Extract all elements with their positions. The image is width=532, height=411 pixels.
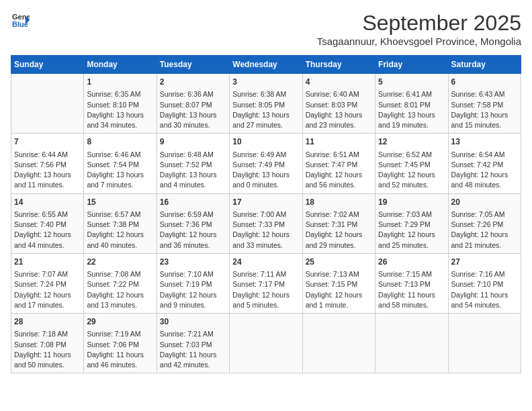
calendar-cell	[375, 314, 448, 373]
header-tuesday: Tuesday	[157, 56, 229, 74]
cell-content: Sunrise: 7:19 AM Sunset: 7:06 PM Dayligh…	[87, 329, 153, 370]
cell-content: Sunrise: 6:41 AM Sunset: 8:01 PM Dayligh…	[378, 89, 445, 130]
cell-content: Sunrise: 6:51 AM Sunset: 7:47 PM Dayligh…	[306, 150, 372, 191]
day-number: 9	[160, 136, 226, 148]
calendar-cell: 19Sunrise: 7:03 AM Sunset: 7:29 PM Dayli…	[375, 193, 448, 253]
calendar-cell: 30Sunrise: 7:21 AM Sunset: 7:03 PM Dayli…	[157, 314, 229, 373]
calendar-cell: 20Sunrise: 7:05 AM Sunset: 7:26 PM Dayli…	[448, 193, 521, 253]
day-number: 1	[87, 77, 153, 88]
cell-content: Sunrise: 7:07 AM Sunset: 7:24 PM Dayligh…	[14, 269, 81, 310]
cell-content: Sunrise: 7:21 AM Sunset: 7:03 PM Dayligh…	[160, 329, 226, 370]
calendar-cell: 8Sunrise: 6:46 AM Sunset: 7:54 PM Daylig…	[84, 134, 157, 193]
day-number: 29	[87, 316, 153, 328]
calendar-cell: 4Sunrise: 6:40 AM Sunset: 8:03 PM Daylig…	[302, 74, 375, 134]
calendar-cell: 15Sunrise: 6:57 AM Sunset: 7:38 PM Dayli…	[84, 193, 157, 253]
day-number: 12	[378, 136, 445, 148]
calendar-cell: 1Sunrise: 6:35 AM Sunset: 8:10 PM Daylig…	[84, 74, 157, 134]
calendar-cell: 27Sunrise: 7:16 AM Sunset: 7:10 PM Dayli…	[448, 253, 521, 313]
cell-content: Sunrise: 7:02 AM Sunset: 7:31 PM Dayligh…	[306, 210, 372, 250]
calendar-cell: 3Sunrise: 6:38 AM Sunset: 8:05 PM Daylig…	[230, 74, 302, 134]
day-number: 22	[87, 257, 153, 268]
cell-content: Sunrise: 7:18 AM Sunset: 7:08 PM Dayligh…	[14, 329, 81, 370]
day-number: 23	[160, 257, 226, 268]
calendar-cell: 6Sunrise: 6:43 AM Sunset: 7:58 PM Daylig…	[448, 74, 521, 134]
day-number: 6	[451, 77, 518, 88]
calendar-cell: 21Sunrise: 7:07 AM Sunset: 7:24 PM Dayli…	[11, 253, 84, 313]
subtitle: Tsagaannuur, Khoevsgoel Province, Mongol…	[317, 36, 521, 47]
day-number: 14	[14, 197, 81, 208]
calendar-cell	[230, 314, 302, 373]
calendar-cell: 13Sunrise: 6:54 AM Sunset: 7:42 PM Dayli…	[448, 134, 521, 193]
calendar-cell: 12Sunrise: 6:52 AM Sunset: 7:45 PM Dayli…	[375, 134, 448, 193]
cell-content: Sunrise: 7:03 AM Sunset: 7:29 PM Dayligh…	[378, 210, 445, 250]
week-row-4: 21Sunrise: 7:07 AM Sunset: 7:24 PM Dayli…	[11, 253, 521, 313]
day-number: 3	[232, 77, 299, 88]
cell-content: Sunrise: 6:38 AM Sunset: 8:05 PM Dayligh…	[232, 89, 299, 130]
calendar-cell: 28Sunrise: 7:18 AM Sunset: 7:08 PM Dayli…	[11, 314, 84, 373]
week-row-2: 7Sunrise: 6:44 AM Sunset: 7:56 PM Daylig…	[11, 134, 521, 193]
cell-content: Sunrise: 7:05 AM Sunset: 7:26 PM Dayligh…	[451, 210, 518, 250]
day-number: 21	[14, 257, 81, 268]
calendar-cell: 11Sunrise: 6:51 AM Sunset: 7:47 PM Dayli…	[302, 134, 375, 193]
header-monday: Monday	[84, 56, 157, 74]
day-number: 26	[378, 257, 445, 268]
calendar-cell: 14Sunrise: 6:55 AM Sunset: 7:40 PM Dayli…	[11, 193, 84, 253]
calendar-cell: 26Sunrise: 7:15 AM Sunset: 7:13 PM Dayli…	[375, 253, 448, 313]
cell-content: Sunrise: 6:43 AM Sunset: 7:58 PM Dayligh…	[451, 89, 518, 130]
calendar-cell: 5Sunrise: 6:41 AM Sunset: 8:01 PM Daylig…	[375, 74, 448, 134]
week-row-3: 14Sunrise: 6:55 AM Sunset: 7:40 PM Dayli…	[11, 193, 521, 253]
day-number: 19	[378, 197, 445, 208]
day-number: 4	[306, 77, 372, 88]
week-row-5: 28Sunrise: 7:18 AM Sunset: 7:08 PM Dayli…	[11, 314, 521, 373]
calendar-cell: 10Sunrise: 6:49 AM Sunset: 7:49 PM Dayli…	[230, 134, 302, 193]
day-number: 2	[160, 77, 226, 88]
day-number: 10	[232, 136, 299, 148]
day-number: 13	[451, 136, 518, 148]
calendar-cell: 16Sunrise: 6:59 AM Sunset: 7:36 PM Dayli…	[157, 193, 229, 253]
calendar-cell: 24Sunrise: 7:11 AM Sunset: 7:17 PM Dayli…	[230, 253, 302, 313]
calendar-cell: 7Sunrise: 6:44 AM Sunset: 7:56 PM Daylig…	[11, 134, 84, 193]
header-friday: Friday	[375, 56, 448, 74]
day-number: 5	[378, 77, 445, 88]
day-number: 20	[451, 197, 518, 208]
cell-content: Sunrise: 7:13 AM Sunset: 7:15 PM Dayligh…	[306, 269, 372, 310]
cell-content: Sunrise: 7:10 AM Sunset: 7:19 PM Dayligh…	[160, 269, 226, 310]
day-number: 28	[14, 316, 81, 328]
cell-content: Sunrise: 7:00 AM Sunset: 7:33 PM Dayligh…	[232, 210, 299, 250]
day-number: 24	[232, 257, 299, 268]
logo-icon: General Blue	[11, 11, 30, 30]
week-row-1: 1Sunrise: 6:35 AM Sunset: 8:10 PM Daylig…	[11, 74, 521, 134]
cell-content: Sunrise: 6:44 AM Sunset: 7:56 PM Dayligh…	[14, 150, 81, 191]
day-number: 30	[160, 316, 226, 328]
calendar-header-row: SundayMondayTuesdayWednesdayThursdayFrid…	[11, 56, 521, 74]
calendar-cell: 29Sunrise: 7:19 AM Sunset: 7:06 PM Dayli…	[84, 314, 157, 373]
calendar-body: 1Sunrise: 6:35 AM Sunset: 8:10 PM Daylig…	[11, 74, 521, 373]
cell-content: Sunrise: 7:16 AM Sunset: 7:10 PM Dayligh…	[451, 269, 518, 310]
day-number: 27	[451, 257, 518, 268]
day-number: 16	[160, 197, 226, 208]
calendar-cell: 22Sunrise: 7:08 AM Sunset: 7:22 PM Dayli…	[84, 253, 157, 313]
cell-content: Sunrise: 6:54 AM Sunset: 7:42 PM Dayligh…	[451, 150, 518, 191]
logo: General Blue	[11, 11, 31, 30]
calendar-cell	[302, 314, 375, 373]
cell-content: Sunrise: 6:35 AM Sunset: 8:10 PM Dayligh…	[87, 89, 153, 130]
cell-content: Sunrise: 7:15 AM Sunset: 7:13 PM Dayligh…	[378, 269, 445, 310]
calendar-cell: 2Sunrise: 6:36 AM Sunset: 8:07 PM Daylig…	[157, 74, 229, 134]
day-number: 7	[14, 136, 81, 148]
calendar-cell: 25Sunrise: 7:13 AM Sunset: 7:15 PM Dayli…	[302, 253, 375, 313]
cell-content: Sunrise: 6:36 AM Sunset: 8:07 PM Dayligh…	[160, 89, 226, 130]
day-number: 8	[87, 136, 153, 148]
header-wednesday: Wednesday	[230, 56, 302, 74]
cell-content: Sunrise: 6:52 AM Sunset: 7:45 PM Dayligh…	[378, 150, 445, 191]
calendar-cell: 18Sunrise: 7:02 AM Sunset: 7:31 PM Dayli…	[302, 193, 375, 253]
calendar-cell: 23Sunrise: 7:10 AM Sunset: 7:19 PM Dayli…	[157, 253, 229, 313]
cell-content: Sunrise: 6:55 AM Sunset: 7:40 PM Dayligh…	[14, 210, 81, 250]
cell-content: Sunrise: 7:08 AM Sunset: 7:22 PM Dayligh…	[87, 269, 153, 310]
cell-content: Sunrise: 6:59 AM Sunset: 7:36 PM Dayligh…	[160, 210, 226, 250]
cell-content: Sunrise: 6:46 AM Sunset: 7:54 PM Dayligh…	[87, 150, 153, 191]
day-number: 11	[306, 136, 372, 148]
calendar-cell	[11, 74, 84, 134]
day-number: 25	[306, 257, 372, 268]
header-sunday: Sunday	[11, 56, 84, 74]
title-section: September 2025 Tsagaannuur, Khoevsgoel P…	[317, 11, 521, 52]
